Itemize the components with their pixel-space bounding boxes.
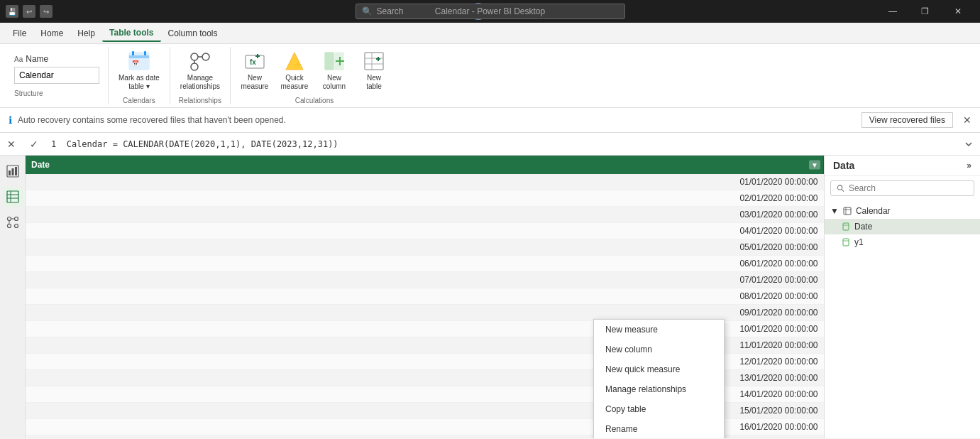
relationships-buttons: Managerelationships [176, 47, 224, 94]
mark-date-table-button[interactable]: 📅 Mark as datetable ▾ [114, 47, 164, 94]
maximize-button[interactable]: ❐ [909, 0, 942, 23]
svg-text:fx: fx [250, 58, 256, 66]
new-column-label: Newcolumn [323, 74, 346, 91]
name-field-label: Aa Name [14, 54, 99, 64]
mark-date-label: Mark as datetable ▾ [119, 74, 160, 91]
info-message: Auto recovery contains some recovered fi… [18, 115, 286, 125]
menu-help[interactable]: Help [70, 26, 102, 41]
title-bar-app-icons: 💾 ↩ ↪ [6, 5, 53, 18]
tree-item-label: Date [854, 222, 872, 232]
svg-rect-27 [9, 170, 11, 175]
main-area: Date ▼ 01/01/2020 00:00:0002/01/2020 00:… [0, 156, 980, 438]
close-button[interactable]: ✕ [942, 0, 974, 23]
tree-item-date[interactable]: Date [825, 219, 980, 234]
quick-measure-icon: ⚡ [283, 50, 306, 72]
svg-point-6 [202, 53, 209, 60]
calculations-buttons: fx Newmeasure ⚡ Quickmeasure Newcolumn [236, 47, 392, 94]
svg-rect-42 [844, 207, 851, 215]
manage-relationships-button[interactable]: Managerelationships [176, 47, 224, 94]
title-search-box[interactable]: 🔍 Search [356, 4, 625, 19]
ribbon-structure-group: Aa Name Structure [6, 47, 109, 104]
ctx-new-quick-measure[interactable]: New quick measure [594, 359, 724, 379]
undo-icon[interactable]: ↩ [23, 5, 35, 18]
data-panel: Data » ▼ Calendar Date y1 [824, 156, 980, 438]
column-icon [842, 238, 850, 246]
menu-home[interactable]: Home [33, 26, 70, 41]
report-view-icon[interactable] [3, 161, 23, 181]
view-recovered-button[interactable]: View recovered files [861, 112, 953, 128]
name-icon: Aa [14, 55, 23, 63]
menu-table-tools[interactable]: Table tools [102, 25, 160, 42]
data-panel-title: Data [833, 160, 854, 171]
model-view-icon[interactable] [3, 212, 23, 232]
title-bar: 💾 ↩ ↪ 🔍 Search Calendar - Power BI Deskt… [0, 0, 980, 23]
table-row[interactable]: 03/01/2020 00:00:00 [26, 207, 824, 223]
ctx-new-measure[interactable]: New measure [594, 320, 724, 340]
title-search-icon: 🔍 [362, 6, 373, 16]
quick-measure-button[interactable]: ⚡ Quickmeasure [276, 47, 313, 94]
window-controls: — ❐ ✕ [876, 0, 974, 23]
date-column-header: Date ▼ [26, 156, 824, 174]
svg-rect-1 [129, 55, 149, 58]
ctx-copy-table[interactable]: Copy table [594, 399, 724, 419]
info-bar: ℹ Auto recovery contains some recovered … [0, 108, 980, 133]
data-search-box[interactable] [830, 180, 974, 196]
tree-item-label: y1 [854, 237, 864, 247]
title-search-text: Search [377, 6, 404, 16]
name-input[interactable] [14, 67, 99, 84]
ctx-rename[interactable]: Rename [594, 419, 724, 438]
info-icon: ℹ [9, 114, 12, 126]
svg-rect-30 [7, 191, 18, 202]
table-area: Date ▼ 01/01/2020 00:00:0002/01/2020 00:… [26, 156, 824, 438]
table-row[interactable]: 02/01/2020 00:00:00 [26, 190, 824, 207]
svg-rect-45 [843, 223, 849, 230]
menu-file[interactable]: File [6, 26, 33, 41]
menu-bar: File Home Help Table tools Column tools [0, 23, 980, 44]
data-search-icon [837, 184, 844, 193]
ribbon-calendars-group: 📅 Mark as datetable ▾ Calendars [109, 47, 170, 104]
data-search-input[interactable] [849, 183, 968, 193]
formula-input[interactable] [45, 139, 957, 149]
formula-confirm-button[interactable]: ✓ [23, 133, 45, 156]
new-table-icon [363, 50, 385, 72]
table-row[interactable]: 08/01/2020 00:00:00 [26, 288, 824, 305]
table-row[interactable]: 07/01/2020 00:00:00 [26, 272, 824, 288]
table-row[interactable]: 05/01/2020 00:00:00 [26, 239, 824, 256]
new-table-label: Newtable [366, 74, 382, 91]
formula-bar: ✕ ✓ [0, 133, 980, 156]
info-close-button[interactable]: ✕ [963, 114, 971, 126]
ribbon: Aa Name Structure 📅 Mark as datetable ▾ … [0, 44, 980, 108]
menu-column-tools[interactable]: Column tools [161, 26, 225, 41]
quick-measure-label: Quickmeasure [281, 74, 309, 91]
table-row[interactable]: 01/01/2020 00:00:00 [26, 174, 824, 190]
svg-rect-29 [15, 167, 17, 175]
redo-icon[interactable]: ↪ [40, 5, 53, 18]
manage-relationships-label: Managerelationships [180, 74, 220, 91]
data-view-icon[interactable] [3, 187, 23, 207]
new-column-button[interactable]: Newcolumn [316, 47, 353, 94]
data-panel-expand-icon[interactable]: » [967, 161, 971, 170]
table-row[interactable]: 06/01/2020 00:00:00 [26, 256, 824, 272]
data-panel-header: Data » [825, 156, 980, 176]
save-icon[interactable]: 💾 [6, 5, 18, 18]
calculations-label: Calculations [295, 97, 334, 104]
mark-date-icon: 📅 [128, 50, 150, 72]
new-measure-button[interactable]: fx Newmeasure [236, 47, 273, 94]
ctx-new-column[interactable]: New column [594, 340, 724, 359]
minimize-button[interactable]: — [876, 0, 909, 23]
column-filter-button[interactable]: ▼ [809, 161, 820, 170]
new-measure-label: Newmeasure [241, 74, 269, 91]
svg-text:⚡: ⚡ [292, 60, 302, 69]
context-menu: New measureNew columnNew quick measureMa… [593, 319, 725, 438]
ctx-manage-relationships[interactable]: Manage relationships [594, 379, 724, 399]
table-row[interactable]: 04/01/2020 00:00:00 [26, 223, 824, 239]
formula-expand-button[interactable] [957, 133, 980, 156]
svg-rect-47 [843, 239, 849, 246]
tree-table-calendar[interactable]: ▼ Calendar [825, 203, 980, 219]
new-table-button[interactable]: Newtable [356, 47, 392, 94]
svg-rect-3 [144, 51, 146, 55]
svg-point-5 [191, 53, 198, 60]
svg-rect-16 [325, 53, 334, 70]
formula-cancel-button[interactable]: ✕ [0, 133, 23, 156]
tree-item-y1[interactable]: y1 [825, 234, 980, 250]
